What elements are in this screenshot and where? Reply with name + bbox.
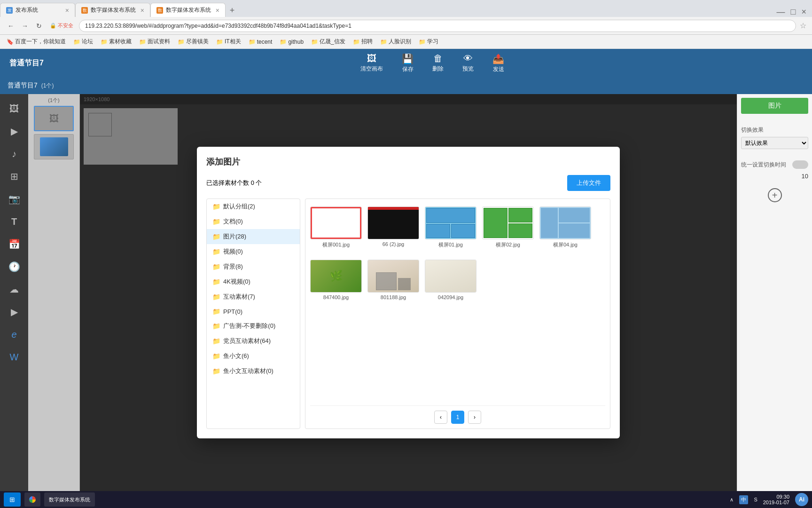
toolbar-send[interactable]: 📤 发送 [492,53,504,73]
file-name-6: 847400.jpg [323,294,349,300]
folder-item-images[interactable]: 📁 图片(28) [207,229,300,244]
folder-item-bg[interactable]: 📁 背景(8) [207,259,300,274]
toolbar-save[interactable]: 💾 保存 [402,53,414,73]
folder-ppt-icon: 📁 [212,308,220,315]
taskbar-chrome[interactable] [24,492,40,507]
new-tab-button[interactable]: + [226,4,239,17]
bookmark-yisheng[interactable]: 📁 亿晟_信发 [308,37,348,47]
sidebar-image-btn[interactable]: 🖼 [2,98,26,119]
sidebar-browser-btn[interactable]: e [2,324,26,345]
bookmark-materials[interactable]: 📁 素材收藏 [98,37,134,47]
canvas-area: 1920×1080 添加图片 已选择素材个数 0 个 [80,94,737,491]
sidebar-photo-btn[interactable]: 📷 [2,188,26,210]
file-item-7[interactable]: 801188.jpg [367,257,419,303]
folder-item-interactive[interactable]: 📁 互动素材(7) [207,289,300,304]
sidebar-weather-btn[interactable]: ☁ [2,278,26,300]
thumbnail-preview [40,137,68,156]
file-grid: 横屏001.jpg 66 (2).jpg [305,198,610,429]
toolbar-clear-label: 清空画布 [360,65,383,73]
taskbar-ai-button[interactable]: Ai [795,493,808,506]
refresh-button[interactable]: ↻ [34,21,44,31]
folder-item-docs[interactable]: 📁 文档(0) [207,214,300,229]
file-item-8[interactable]: 042094.jpg [425,257,476,303]
file-thumb-7 [367,260,419,293]
effect-select[interactable]: 默认效果 [741,137,808,149]
taskbar-app-label: 数字媒体发布系统 [49,496,90,503]
file-thumb-6: 🌿 [310,260,362,293]
pagination-prev[interactable]: ‹ [434,411,447,424]
unified-time-toggle[interactable] [792,160,808,169]
toolbar-preview[interactable]: 👁 预览 [462,53,474,73]
sidebar-calendar-btn[interactable]: 📅 [2,233,26,255]
folder-item-yuwen[interactable]: 📁 鱼小文(6) [207,349,300,364]
video-icon: ▶ [11,126,18,137]
maximize-button[interactable]: □ [791,7,802,17]
sidebar-video-btn[interactable]: ▶ [2,120,26,142]
selected-count-unit: 个 [256,179,262,186]
pagination-next[interactable]: › [468,411,481,424]
bookmark-face-icon: 📁 [380,39,387,45]
upload-button[interactable]: 上传文件 [567,175,610,191]
unified-time-row: 统一设置切换时间 [741,160,808,169]
sidebar-doc-btn[interactable]: W [2,346,26,368]
toolbar-save-label: 保存 [402,65,414,73]
tab-3-close[interactable]: × [216,7,219,14]
toolbar-send-label: 发送 [493,65,504,73]
sidebar-text-btn[interactable]: T [2,211,26,232]
folder-item-ad[interactable]: 📁 广告测-不要删除(0) [207,318,300,333]
folder-item-party[interactable]: 📁 党员互动素材(64) [207,333,300,349]
bookmark-tecent[interactable]: 📁 tecent [246,38,275,46]
bookmark-baidu[interactable]: 🔖 百度一下，你就知道 [4,37,69,47]
header-toolbar: 🖼 清空画布 💾 保存 🗑 删除 👁 预览 📤 发送 [360,53,504,73]
sidebar-grid-btn[interactable]: ⊞ [2,166,26,187]
toolbar-delete[interactable]: 🗑 删除 [432,53,444,73]
add-element-button[interactable]: + [768,188,782,202]
taskbar-app-window[interactable]: 数字媒体发布系统 [44,492,95,507]
bookmark-interview[interactable]: 📁 面试资料 [136,37,173,47]
tray-expand[interactable]: ∧ [730,497,734,503]
bookmark-study[interactable]: 📁 学习 [416,37,441,47]
tab-1[interactable]: 发 发布系统 × [0,3,75,17]
tab-3-favicon: 数 [156,7,163,14]
tray-input[interactable]: S [754,497,757,502]
folder-item-ppt[interactable]: 📁 PPT(0) [207,304,300,318]
bookmark-github[interactable]: 📁 github [277,38,306,46]
sidebar-clock-btn[interactable]: 🕐 [2,256,26,278]
forward-button[interactable]: → [20,21,30,31]
image-type-button[interactable]: 图片 [741,98,808,114]
file-item-1[interactable]: 横屏001.jpg [310,204,362,251]
content-thumbnail-1[interactable]: 🖼 [34,106,74,131]
file-item-6[interactable]: 🌿 847400.jpg [310,257,362,303]
close-window-button[interactable]: × [801,7,812,17]
tray-lang[interactable]: 中 [739,495,748,504]
folder-item-4k[interactable]: 📁 4K视频(0) [207,274,300,289]
folder-item-yuwen-interactive[interactable]: 📁 鱼小文互动素材(0) [207,364,300,379]
minimize-button[interactable]: — [777,7,791,17]
tab-3[interactable]: 数 数字媒体发布系统 × [150,3,226,17]
tab-1-close[interactable]: × [65,7,69,14]
bookmark-jszm[interactable]: 📁 尽善镇美 [175,37,211,47]
sidebar-music-btn[interactable]: ♪ [2,143,26,165]
tab-2-close[interactable]: × [141,7,144,14]
bookmark-button[interactable]: ☆ [800,21,806,30]
back-button[interactable]: ← [6,21,16,31]
pagination-page-1[interactable]: 1 [451,411,464,424]
sidebar-stream-btn[interactable]: ▶ [2,301,26,323]
toolbar-clear[interactable]: 🖼 清空画布 [360,53,383,73]
folder-item-videos[interactable]: 📁 视频(0) [207,244,300,259]
clock-icon: 🕐 [8,261,20,272]
folder-item-default[interactable]: 📁 默认分组(2) [207,199,300,214]
tab-2[interactable]: 数 数字媒体发布系统 × [75,3,150,17]
file-item-3[interactable]: 横屏01.jpg [425,204,476,251]
folder-default-icon: 📁 [212,203,220,210]
bookmark-it[interactable]: 📁 IT相关 [213,37,244,47]
address-input[interactable] [79,20,796,32]
bookmark-face[interactable]: 📁 人脸识别 [377,37,414,47]
file-item-5[interactable]: 横屏04.jpg [539,204,591,251]
start-button[interactable]: ⊞ [4,492,21,507]
file-item-2[interactable]: 66 (2).jpg [367,204,419,251]
file-item-4[interactable]: 横屏02.jpg [482,204,534,251]
content-thumbnail-2[interactable] [34,134,74,159]
bookmark-forum[interactable]: 📁 论坛 [70,37,96,47]
bookmark-jobs[interactable]: 📁 招聘 [350,37,375,47]
